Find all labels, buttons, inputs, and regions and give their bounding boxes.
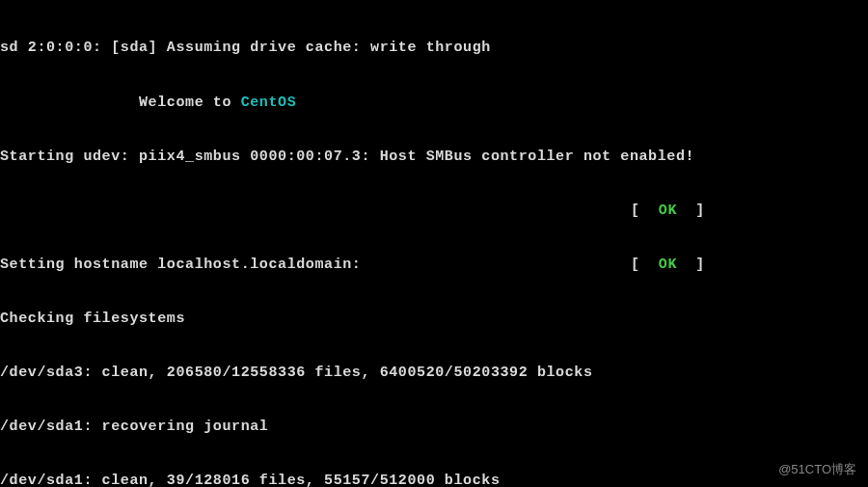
bracket-close: ] [677, 257, 705, 273]
boot-line: Checking filesystems [0, 311, 868, 329]
welcome-line: Welcome to CentOS [0, 95, 868, 113]
ok-text: OK [659, 203, 677, 219]
line-text: Setting hostname localhost.localdomain: [0, 257, 361, 273]
bracket-close: ] [677, 203, 705, 219]
boot-line: /dev/sda1: recovering journal [0, 419, 868, 437]
watermark-label: @51CTO博客 [778, 461, 856, 479]
status-ok: [ OK ] [631, 203, 705, 221]
boot-line: Setting hostname localhost.localdomain:[… [0, 257, 868, 275]
boot-line: [ OK ] [0, 203, 868, 221]
bracket-open: [ [631, 203, 659, 219]
welcome-prefix: Welcome to [0, 95, 241, 111]
centos-label: CentOS [241, 95, 297, 111]
bracket-open: [ [631, 257, 659, 273]
boot-line: /dev/sda3: clean, 206580/12558336 files,… [0, 365, 868, 383]
terminal-output: sd 2:0:0:0: [sda] Assuming drive cache: … [0, 4, 868, 487]
boot-line: Starting udev: piix4_smbus 0000:00:07.3:… [0, 149, 868, 167]
boot-line: /dev/sda1: clean, 39/128016 files, 55157… [0, 473, 868, 487]
boot-line: sd 2:0:0:0: [sda] Assuming drive cache: … [0, 40, 868, 58]
status-ok: [ OK ] [631, 257, 705, 275]
ok-text: OK [659, 257, 677, 273]
